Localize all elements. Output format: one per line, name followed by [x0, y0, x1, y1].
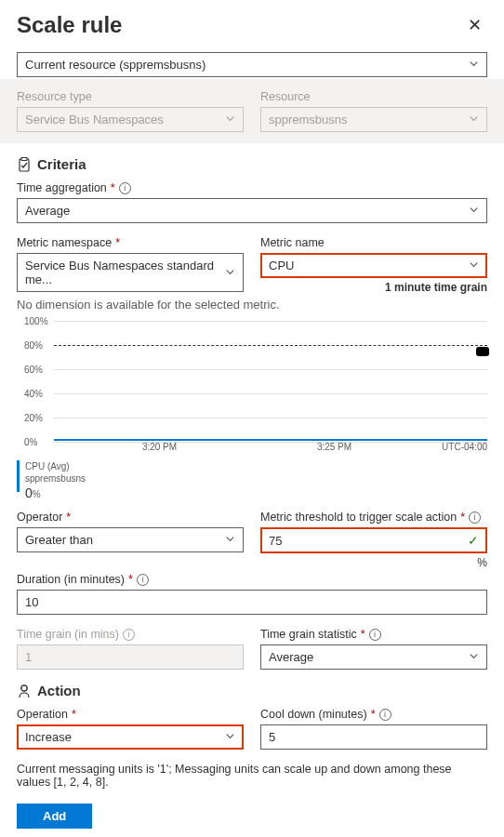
cooldown-label: Cool down (minutes)* i: [260, 708, 487, 721]
duration-value: 10: [25, 595, 38, 609]
info-icon[interactable]: i: [137, 574, 149, 586]
time-agg-select[interactable]: Average: [17, 198, 487, 223]
add-button[interactable]: Add: [17, 804, 92, 829]
ytick: 80%: [24, 340, 43, 351]
no-dimension-text: No dimension is available for the select…: [17, 298, 487, 312]
chart-tz: UTC-04:00: [442, 442, 487, 452]
action-heading: Action: [37, 683, 81, 698]
chevron-down-icon: [469, 259, 479, 272]
metric-name-value: CPU: [269, 259, 294, 272]
panel-title: Scale rule: [17, 12, 122, 38]
operation-label: Operation*: [17, 708, 244, 721]
duration-label: Duration (in minutes)* i: [17, 573, 487, 586]
time-grain-input: 1: [17, 644, 244, 670]
time-agg-label: Time aggregation* i: [17, 181, 487, 194]
operator-value: Greater than: [25, 533, 93, 547]
chevron-down-icon: [469, 651, 479, 663]
chevron-down-icon: [225, 534, 235, 546]
ytick: 60%: [24, 365, 43, 375]
resource-value: sppremsbusns: [269, 113, 348, 126]
criteria-heading: Criteria: [37, 156, 86, 172]
ytick: 40%: [24, 389, 43, 399]
scope-select[interactable]: Current resource (sppremsbusns): [17, 52, 487, 77]
info-icon[interactable]: i: [119, 182, 131, 194]
chevron-down-icon: [225, 267, 235, 279]
info-icon[interactable]: i: [379, 709, 391, 721]
operation-value: Increase: [25, 730, 72, 744]
time-grain-label: Time grain (in mins) i: [17, 628, 244, 641]
time-grain-value: 1: [25, 650, 32, 664]
cooldown-input[interactable]: 5: [260, 724, 487, 750]
metric-namespace-select[interactable]: Service Bus Namespaces standard me...: [17, 253, 244, 292]
resource-label: Resource: [260, 90, 487, 103]
xtick: 3:25 PM: [317, 442, 351, 452]
grain-stat-select[interactable]: Average: [260, 644, 487, 670]
cooldown-value: 5: [269, 730, 275, 744]
checkmark-icon: ✓: [468, 533, 479, 548]
resource-type-value: Service Bus Namespaces: [25, 113, 164, 126]
chevron-down-icon: [469, 205, 479, 217]
operator-select[interactable]: Greater than: [17, 527, 244, 552]
ytick: 0%: [24, 437, 37, 447]
xtick: 3:20 PM: [142, 442, 177, 452]
chevron-down-icon: [225, 113, 235, 126]
metric-name-label: Metric name: [260, 236, 487, 249]
legend-resource: sppremsbusns: [25, 472, 86, 485]
svg-rect-1: [21, 157, 27, 160]
legend-value: 0: [25, 485, 33, 500]
metric-namespace-value: Service Bus Namespaces standard me...: [25, 259, 225, 286]
resource-type-label: Resource type: [17, 90, 244, 103]
ytick: 20%: [24, 413, 43, 423]
criteria-icon: [17, 157, 32, 172]
scope-select-value: Current resource (sppremsbusns): [25, 58, 206, 72]
chevron-down-icon: [469, 59, 479, 71]
duration-input[interactable]: 10: [17, 590, 487, 615]
chevron-down-icon: [225, 731, 235, 743]
threshold-input[interactable]: 75 ✓: [260, 527, 487, 553]
operator-label: Operator*: [17, 511, 244, 524]
threshold-label: Metric threshold to trigger scale action…: [260, 511, 487, 524]
legend-unit: %: [33, 489, 41, 499]
action-icon: [17, 684, 32, 698]
chart-series-line: [54, 439, 487, 441]
resource-select: sppremsbusns: [260, 107, 487, 132]
info-icon[interactable]: i: [469, 512, 481, 524]
metric-namespace-label: Metric namespace*: [17, 236, 244, 249]
threshold-unit: %: [260, 556, 487, 569]
chart-marker: [476, 347, 489, 356]
metric-name-select[interactable]: CPU: [260, 253, 487, 278]
metric-chart: 100% 80% 60% 40% 20% 0% 3:20 PM 3:25 PM …: [17, 321, 487, 501]
time-grain-note: 1 minute time grain: [260, 281, 487, 294]
close-button[interactable]: ✕: [462, 11, 487, 39]
time-agg-value: Average: [25, 204, 70, 218]
legend-series-name: CPU (Avg): [25, 460, 86, 472]
ytick: 100%: [24, 316, 48, 326]
chevron-down-icon: [469, 113, 479, 126]
grain-stat-label: Time grain statistic* i: [260, 628, 487, 641]
close-icon: ✕: [468, 16, 482, 34]
resource-type-select: Service Bus Namespaces: [17, 107, 244, 132]
operation-select[interactable]: Increase: [17, 724, 244, 750]
grain-stat-value: Average: [269, 650, 313, 664]
info-icon[interactable]: i: [369, 629, 381, 641]
threshold-value: 75: [269, 534, 282, 548]
chart-legend: CPU (Avg) sppremsbusns 0%: [17, 460, 487, 501]
info-icon: i: [123, 629, 135, 641]
units-footnote: Current messaging units is '1'; Messagin…: [17, 763, 487, 789]
